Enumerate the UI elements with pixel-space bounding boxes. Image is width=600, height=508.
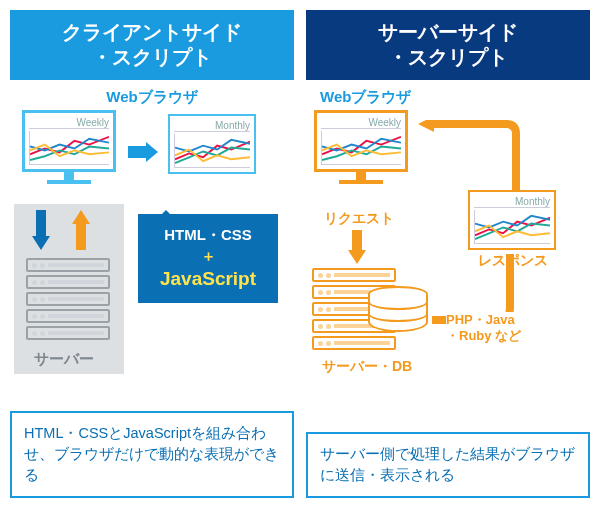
svg-marker-2 (72, 210, 90, 250)
server-side-header: サーバーサイド ・スクリプト (306, 10, 590, 80)
client-title-1: クライアントサイド (62, 21, 242, 43)
client-monitor-weekly: Weekly (22, 110, 116, 184)
server-icon (26, 258, 110, 343)
server-title-1: サーバーサイド (378, 21, 518, 43)
langs-2: ・Ruby など (446, 328, 521, 343)
server-caption: サーバー側で処理した結果がブラウザに送信・表示される (306, 432, 590, 498)
server-langs: PHP・Java ・Ruby など (446, 312, 521, 345)
langs-1: PHP・Java (446, 312, 515, 327)
server-monitor-weekly: Weekly (314, 110, 408, 184)
mini-chart-icon (321, 131, 401, 165)
client-side-header: クライアントサイド ・スクリプト (10, 10, 294, 80)
svg-marker-3 (418, 120, 434, 132)
bubble-html-css: HTML・CSS (164, 226, 252, 243)
server-label: サーバー (34, 350, 94, 369)
client-card-monthly: Monthly (168, 114, 256, 174)
tech-bubble: HTML・CSS ＋ JavaScript (138, 214, 278, 303)
svg-marker-0 (128, 142, 158, 162)
arrow-right-icon (128, 142, 158, 162)
bubble-plus: ＋ (201, 247, 216, 264)
chart-label-monthly: Monthly (174, 120, 250, 132)
svg-marker-1 (32, 210, 50, 250)
mini-chart-icon (474, 210, 550, 244)
request-label: リクエスト (324, 210, 394, 228)
client-browser-label: Webブラウザ (10, 88, 294, 107)
arrow-down-icon (32, 210, 50, 250)
serverdb-label: サーバー・DB (322, 358, 412, 376)
server-title-2: ・スクリプト (388, 46, 508, 68)
response-arrow-icon (416, 120, 526, 200)
server-card-monthly: Monthly (468, 190, 556, 250)
server-side-panel: サーバーサイド ・スクリプト Webブラウザ Weekly (306, 10, 590, 498)
chart-label-weekly: Weekly (29, 117, 109, 129)
client-title-2: ・スクリプト (92, 46, 212, 68)
client-caption: HTML・CSSとJavaScriptを組み合わせ、ブラウザだけで動的な表現がで… (10, 411, 294, 498)
bubble-js: JavaScript (160, 268, 256, 289)
client-side-panel: クライアントサイド ・スクリプト Webブラウザ Weekly (10, 10, 294, 498)
server-side-content: Webブラウザ Weekly (306, 80, 590, 426)
mini-chart-icon (29, 131, 109, 165)
mini-chart-icon (174, 134, 250, 168)
request-arrow-icon (348, 230, 366, 264)
chart-label-monthly: Monthly (474, 196, 550, 208)
chart-label-weekly: Weekly (321, 117, 401, 129)
server-browser-label: Webブラウザ (320, 88, 590, 107)
database-icon (368, 286, 428, 332)
svg-marker-4 (348, 230, 366, 264)
client-side-content: Webブラウザ Weekly Monthly (10, 80, 294, 405)
arrow-up-icon (72, 210, 90, 250)
